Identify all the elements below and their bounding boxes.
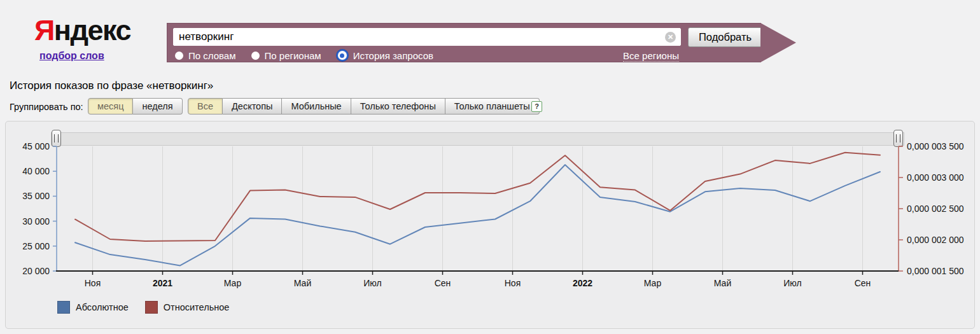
series-line-абсолютное <box>75 165 880 265</box>
left-axis-tick-label: 45 000 <box>22 141 50 151</box>
radio-selected-icon[interactable] <box>337 50 348 61</box>
legend-label: Абсолютное <box>76 302 129 312</box>
legend-item-относительное: Относительное <box>145 301 230 314</box>
logo-letter-ya: Я <box>34 14 54 46</box>
radio-0[interactable]: По словам <box>175 50 236 61</box>
device-btn-десктопы[interactable]: Десктопы <box>223 98 282 115</box>
logo-letters-rest: ндекс <box>54 14 130 46</box>
search-bar: ✕ Подобрать По словамПо регионамИстория … <box>167 24 760 62</box>
x-tick-label: Июл <box>783 278 801 288</box>
radio-label: По регионам <box>265 50 321 61</box>
device-filter-buttons: ВсеДесктопыМобильныеТолько телефоныТольк… <box>188 98 540 115</box>
yandex-logo[interactable]: Яндекс <box>34 14 130 47</box>
left-axis-tick-label: 20 000 <box>22 266 50 276</box>
legend-item-абсолютное: Абсолютное <box>57 301 129 314</box>
right-axis-tick-label: 0,000 003 000 <box>907 172 964 183</box>
x-tick-label: Ноя <box>505 278 521 288</box>
device-btn-мобильные[interactable]: Мобильные <box>282 98 351 115</box>
group-by-buttons: месяцнеделя <box>88 98 183 115</box>
x-tick-label: Мар <box>224 278 242 288</box>
radio-dot <box>340 53 344 58</box>
x-tick-label: Июл <box>363 278 381 288</box>
x-tick-label: 2021 <box>153 278 172 288</box>
search-mode-radios: По словамПо регионамИстория запросов <box>175 50 433 61</box>
clear-icon[interactable]: ✕ <box>665 32 676 43</box>
x-tick-label: Сен <box>435 278 451 288</box>
group-btn-неделя[interactable]: неделя <box>133 98 182 115</box>
radio-label: По словам <box>188 50 236 61</box>
group-by-label: Группировать по: <box>10 102 83 112</box>
right-axis-tick-label: 0,000 002 000 <box>907 235 964 245</box>
left-axis-tick-label: 35 000 <box>22 191 50 201</box>
x-tick-label: Ноя <box>85 278 101 288</box>
search-input[interactable] <box>173 28 681 46</box>
legend-swatch <box>145 301 158 314</box>
group-btn-месяц[interactable]: месяц <box>88 98 133 115</box>
radio-2[interactable]: История запросов <box>337 50 433 61</box>
radio-label: История запросов <box>353 50 433 61</box>
left-axis-tick-label: 25 000 <box>22 241 50 251</box>
device-btn-только-телефоны[interactable]: Только телефоны <box>351 98 445 115</box>
right-axis-tick-label: 0,000 001 500 <box>907 266 964 276</box>
all-regions-link[interactable]: Все регионы <box>623 50 679 62</box>
legend-swatch <box>57 301 70 314</box>
radio-icon[interactable] <box>251 52 260 60</box>
device-btn-все[interactable]: Все <box>188 98 223 115</box>
device-btn-только-планшеты[interactable]: Только планшеты <box>445 98 540 115</box>
chart-panel: Ноя2021МарМайИюлСенНоя2022МарМайИюлСен45… <box>5 121 975 329</box>
radio-1[interactable]: По регионам <box>251 50 321 61</box>
x-tick-label: Мар <box>644 278 662 288</box>
x-tick-label: Май <box>294 278 311 288</box>
right-axis-tick-label: 0,000 003 500 <box>907 141 964 151</box>
x-tick-label: 2022 <box>573 278 592 288</box>
radio-icon[interactable] <box>175 52 183 60</box>
x-tick-label: Сен <box>855 278 871 288</box>
series-line-относительное <box>75 153 880 241</box>
history-chart: Ноя2021МарМайИюлСенНоя2022МарМайИюлСен45… <box>6 122 974 328</box>
wordstat-link[interactable]: подбор слов <box>39 50 104 62</box>
chart-legend: АбсолютноеОтносительное <box>57 301 229 314</box>
legend-label: Относительное <box>164 302 230 312</box>
right-axis-tick-label: 0,000 002 500 <box>907 204 964 214</box>
help-icon[interactable]: ? <box>531 101 542 112</box>
left-axis-tick-label: 40 000 <box>22 166 50 176</box>
page-title: История показов по фразе «нетворкинг» <box>10 80 213 92</box>
left-axis-tick-label: 30 000 <box>22 216 50 226</box>
x-tick-label: Май <box>714 278 731 288</box>
submit-button[interactable]: Подобрать <box>688 27 762 47</box>
